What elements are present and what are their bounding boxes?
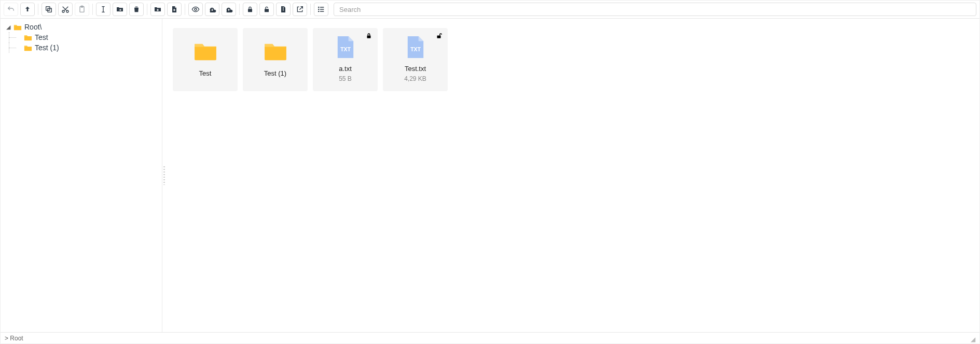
- tree-node-label: Test: [35, 33, 48, 41]
- svg-rect-7: [248, 9, 252, 12]
- tile-name: Test: [199, 69, 212, 78]
- tile-file[interactable]: TXT a.txt 55 B: [313, 28, 378, 91]
- move-button[interactable]: [113, 3, 127, 16]
- paste-button[interactable]: [75, 3, 89, 16]
- folder-icon: [264, 41, 287, 62]
- svg-text:TXT: TXT: [340, 47, 351, 52]
- download-button[interactable]: [205, 3, 219, 16]
- svg-rect-12: [367, 35, 371, 38]
- tree-node-label: Root\: [24, 23, 42, 31]
- breadcrumb[interactable]: > Root: [5, 335, 23, 342]
- tile-meta: 4,29 KB: [404, 75, 426, 82]
- unlock-icon: [435, 32, 443, 41]
- undo-button[interactable]: [4, 3, 18, 16]
- toolbar: [1, 1, 979, 19]
- search-input[interactable]: [334, 3, 976, 16]
- delete-button[interactable]: [129, 3, 144, 16]
- tile-file[interactable]: TXT Test.txt 4,29 KB: [383, 28, 448, 91]
- tile-name: a.txt: [339, 65, 352, 73]
- tree-node-child[interactable]: Test (1): [5, 42, 160, 53]
- toolbar-separator: [38, 4, 38, 15]
- unlock-button[interactable]: [259, 3, 274, 16]
- txt-file-icon: TXT: [334, 37, 357, 58]
- file-manager: ◢ Root\ Test: [0, 0, 980, 344]
- tree-node-root[interactable]: ◢ Root\: [5, 22, 160, 32]
- open-external-button[interactable]: [293, 3, 307, 16]
- preview-button[interactable]: [188, 3, 203, 16]
- new-file-button[interactable]: [167, 3, 182, 16]
- main-area: ◢ Root\ Test: [1, 19, 979, 332]
- svg-point-6: [195, 8, 197, 10]
- toolbar-separator: [310, 4, 311, 15]
- txt-file-icon: TXT: [404, 37, 427, 58]
- collapse-icon[interactable]: ◢: [5, 24, 12, 31]
- toolbar-separator: [92, 4, 93, 15]
- list-view-button[interactable]: [314, 3, 328, 16]
- upload-button[interactable]: [222, 3, 236, 16]
- svg-rect-8: [265, 9, 269, 12]
- svg-point-11: [319, 11, 319, 11]
- folder-icon: [194, 41, 217, 62]
- toolbar-separator: [185, 4, 185, 15]
- tile-name: Test (1): [264, 69, 286, 78]
- tile-meta: 55 B: [339, 75, 352, 82]
- folder-icon: [13, 23, 22, 31]
- compress-button[interactable]: [276, 3, 291, 16]
- svg-point-9: [319, 7, 319, 7]
- tree-node-child[interactable]: Test: [5, 32, 160, 42]
- search-container: [334, 3, 976, 16]
- content-pane: Test Test (1) TXT a.txt 55 B: [165, 19, 979, 332]
- resize-grip-icon[interactable]: ◢: [971, 336, 975, 343]
- copy-button[interactable]: [42, 3, 56, 16]
- new-folder-button[interactable]: [150, 3, 165, 16]
- toolbar-separator: [147, 4, 147, 15]
- tile-folder[interactable]: Test: [173, 28, 238, 91]
- status-bar: > Root ◢: [1, 332, 979, 343]
- lock-button[interactable]: [243, 3, 257, 16]
- lock-icon: [365, 32, 372, 41]
- cut-button[interactable]: [58, 3, 73, 16]
- svg-text:TXT: TXT: [410, 47, 421, 52]
- folder-icon: [23, 34, 33, 41]
- tree-node-label: Test (1): [35, 44, 59, 52]
- rename-button[interactable]: [96, 3, 111, 16]
- svg-point-10: [319, 9, 319, 9]
- tile-name: Test.txt: [405, 65, 426, 73]
- toolbar-separator: [239, 4, 240, 15]
- folder-icon: [23, 44, 33, 51]
- folder-tree: ◢ Root\ Test: [1, 19, 162, 332]
- go-up-button[interactable]: [20, 3, 35, 16]
- tile-folder[interactable]: Test (1): [243, 28, 308, 91]
- svg-point-3: [66, 10, 68, 12]
- svg-rect-14: [437, 35, 441, 38]
